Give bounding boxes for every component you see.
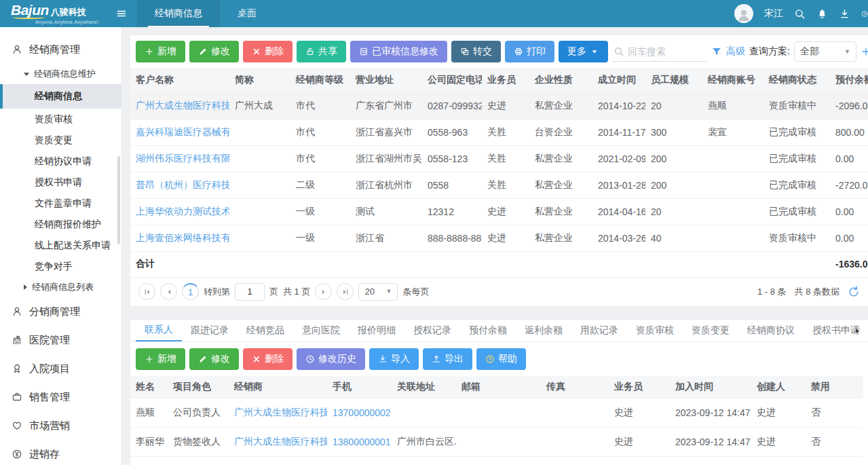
query-plan-select[interactable]: 全部 ▼ bbox=[794, 41, 856, 62]
edit-history-button[interactable]: 修改历史 bbox=[297, 348, 365, 370]
edit-button[interactable]: 修改 bbox=[189, 41, 239, 62]
column-header[interactable]: 业务员 bbox=[609, 376, 670, 398]
prev-page-button[interactable] bbox=[160, 283, 177, 300]
contact-row[interactable]: 燕顺公司负责人广州大成生物医疗科技...13700000002史进2023-09… bbox=[130, 398, 863, 428]
sidebar-group-15[interactable]: 销售管理 bbox=[0, 383, 121, 411]
sidebar-group-16[interactable]: 市场营销 bbox=[0, 411, 121, 440]
dealer-name-link[interactable]: 上海壹佰米网络科技有... bbox=[130, 225, 229, 251]
audited-info-edit-button[interactable]: 已审核信息修改 bbox=[350, 41, 447, 62]
dealer-name-link[interactable]: 嘉兴科瑞迪医疗器械有... bbox=[130, 119, 229, 145]
tabs-overflow-arrow-icon[interactable] bbox=[854, 320, 861, 342]
column-header[interactable]: 企业性质 bbox=[529, 68, 592, 92]
dealer-name-link[interactable]: 上海华依动力测试技术... bbox=[130, 198, 229, 225]
sidebar-group-17[interactable]: 进销存 bbox=[0, 440, 121, 465]
sidebar-group-12[interactable]: 分销商管理 bbox=[0, 297, 121, 326]
column-header[interactable]: 经销商状态 bbox=[763, 68, 830, 92]
last-page-button[interactable] bbox=[337, 283, 354, 300]
sidebar-scrollbar[interactable] bbox=[117, 156, 120, 244]
detail-edit-button[interactable]: 修改 bbox=[189, 348, 239, 370]
search-input[interactable] bbox=[628, 46, 704, 57]
column-header[interactable]: 公司固定电话 bbox=[422, 68, 482, 92]
detail-delete-button[interactable]: 删除 bbox=[243, 348, 293, 370]
detail-tab-8[interactable]: 用款记录 bbox=[571, 319, 627, 341]
help-button[interactable]: 帮助 bbox=[476, 348, 526, 370]
sidebar-item-9[interactable]: 线上配送关系申请 bbox=[0, 235, 121, 256]
detail-tab-1[interactable]: 跟进记录 bbox=[182, 319, 238, 341]
sidebar-item-10[interactable]: 竞争对手 bbox=[0, 256, 121, 277]
column-header[interactable]: 禁用 bbox=[806, 376, 863, 398]
detail-tab-9[interactable]: 资质审核 bbox=[627, 319, 683, 341]
phone-link[interactable]: 13800000001 bbox=[327, 428, 392, 457]
dealer-name-link[interactable]: 广州大成生物医疗科技... bbox=[130, 92, 229, 119]
column-header[interactable]: 加入时间 bbox=[670, 376, 751, 398]
sidebar-item-3[interactable]: 资质审核 bbox=[0, 109, 121, 130]
column-header[interactable]: 项目角色 bbox=[168, 376, 229, 398]
user-avatar[interactable] bbox=[734, 4, 753, 23]
detail-tab-7[interactable]: 返利余额 bbox=[516, 319, 571, 341]
detail-tab-0[interactable]: 联系人 bbox=[136, 319, 182, 341]
dealer-row[interactable]: 上海壹佰米网络科技有...一级浙江省888-8888-888史进私营企业2014… bbox=[130, 225, 868, 251]
detail-tab-4[interactable]: 报价明细 bbox=[349, 319, 404, 341]
sidebar-item-7[interactable]: 文件盖章申请 bbox=[0, 193, 121, 214]
user-name[interactable]: 宋江 bbox=[764, 7, 783, 20]
detail-add-button[interactable]: 新增 bbox=[136, 348, 185, 370]
column-header[interactable]: 创建人 bbox=[751, 376, 806, 398]
next-page-button[interactable] bbox=[315, 283, 332, 300]
detail-tab-3[interactable]: 意向医院 bbox=[293, 319, 349, 341]
search-icon[interactable] bbox=[794, 8, 806, 20]
more-button[interactable]: 更多 bbox=[559, 41, 608, 62]
column-header[interactable]: 员工规模 bbox=[645, 68, 702, 92]
contact-row[interactable]: 李丽华货物签收人广州大成生物医疗科技...13800000001广州市白云区..… bbox=[130, 428, 863, 457]
column-header[interactable]: 客户名称 bbox=[130, 68, 229, 92]
page-number-input[interactable] bbox=[235, 283, 265, 301]
dealer-name-link[interactable]: 普昂（杭州）医疗科技... bbox=[130, 172, 229, 198]
share-button[interactable]: 共享 bbox=[297, 41, 346, 62]
sidebar-subgroup-1[interactable]: 经销商信息维护 bbox=[0, 64, 121, 84]
column-header[interactable]: 成立时间 bbox=[592, 68, 645, 92]
sidebar-item-8[interactable]: 经销商报价维护 bbox=[0, 214, 121, 235]
phone-link[interactable]: 13700000002 bbox=[327, 398, 392, 428]
sidebar-item-5[interactable]: 经销协议申请 bbox=[0, 151, 121, 172]
detail-tab-2[interactable]: 经销竞品 bbox=[238, 319, 293, 341]
sidebar-subgroup-11[interactable]: 经销商信息列表 bbox=[0, 277, 121, 297]
column-header[interactable]: 姓名 bbox=[130, 376, 168, 398]
detail-tab-10[interactable]: 资质变更 bbox=[683, 319, 738, 341]
refresh-icon[interactable] bbox=[848, 286, 860, 298]
column-header[interactable]: 经销商等级 bbox=[290, 68, 350, 92]
menu-toggle-button[interactable] bbox=[110, 0, 133, 27]
column-header[interactable]: 预付余额 bbox=[830, 68, 868, 92]
add-button[interactable]: 新增 bbox=[136, 41, 185, 62]
transfer-button[interactable]: 转交 bbox=[451, 41, 501, 62]
dealer-row[interactable]: 上海华依动力测试技术...一级测试12312史进私营企业2014-04-1620… bbox=[130, 198, 868, 225]
column-header[interactable]: 手机 bbox=[327, 376, 392, 398]
column-header[interactable]: 邮箱 bbox=[456, 376, 541, 398]
delete-button[interactable]: 删除 bbox=[243, 41, 293, 62]
first-page-button[interactable] bbox=[138, 283, 155, 300]
sidebar-group-13[interactable]: 医院管理 bbox=[0, 326, 121, 354]
column-header[interactable]: 经销商 bbox=[229, 376, 327, 398]
add-query-plan-icon[interactable] bbox=[861, 46, 868, 57]
advanced-search-link[interactable]: 高级 bbox=[726, 45, 745, 58]
dealer-name-link[interactable]: 湖州伟乐医疗科技有限... bbox=[130, 145, 229, 172]
navbar-tab-0[interactable]: 经销商信息 bbox=[137, 0, 220, 27]
current-page-button[interactable]: 1 bbox=[182, 283, 199, 300]
navbar-tab-1[interactable]: 桌面 bbox=[220, 0, 274, 27]
sidebar-group-14[interactable]: 入院项目 bbox=[0, 354, 121, 383]
dealer-link[interactable]: 广州大成生物医疗科技... bbox=[229, 428, 327, 457]
column-header[interactable]: 经销商账号 bbox=[702, 68, 763, 92]
sidebar-group-0[interactable]: 经销商管理 bbox=[0, 35, 121, 64]
help-circle-icon[interactable] bbox=[861, 8, 868, 20]
detail-tab-6[interactable]: 预付余额 bbox=[460, 319, 516, 341]
print-button[interactable]: 打印 bbox=[505, 41, 554, 62]
export-button[interactable]: 导出 bbox=[423, 348, 472, 370]
dealer-row[interactable]: 湖州伟乐医疗科技有限...市代浙江省湖州市吴...0558-123关胜私营企业2… bbox=[130, 145, 868, 172]
filter-funnel-icon[interactable] bbox=[711, 46, 722, 57]
column-header[interactable]: 营业地址 bbox=[350, 68, 422, 92]
column-header[interactable]: 简称 bbox=[229, 68, 290, 92]
dealer-link[interactable]: 广州大成生物医疗科技... bbox=[229, 398, 327, 428]
column-header[interactable]: 传真 bbox=[541, 376, 609, 398]
column-header[interactable]: 关联地址 bbox=[392, 376, 456, 398]
bell-icon[interactable] bbox=[816, 8, 828, 20]
dealer-row[interactable]: 嘉兴科瑞迪医疗器械有...市代浙江省嘉兴市0558-963关胜台资企业2014-… bbox=[130, 119, 868, 145]
column-header[interactable]: 业务员 bbox=[482, 68, 529, 92]
